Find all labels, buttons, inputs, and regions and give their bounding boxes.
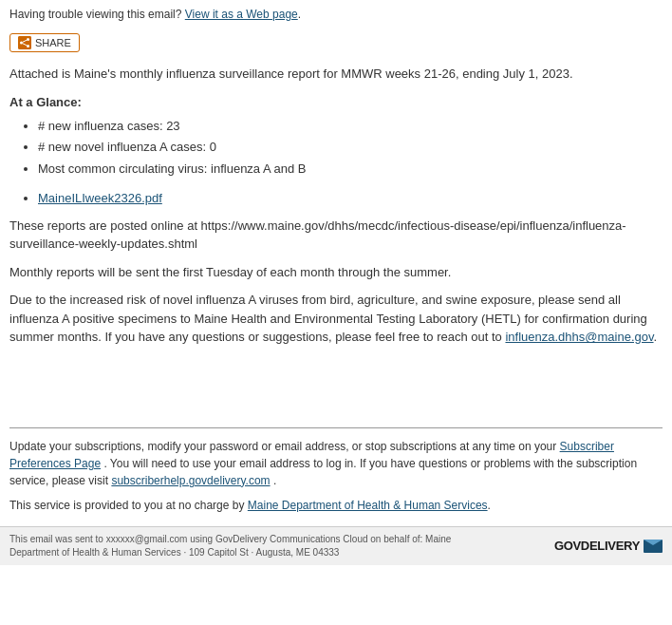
govdelivery-logo-text: GOVDELIVERY [554,539,640,553]
risk-paragraph: Due to the increased risk of novel influ… [9,291,663,347]
svg-point-2 [20,42,23,45]
share-button[interactable]: SHARE [9,33,80,52]
monthly-paragraph: Monthly reports will be sent the first T… [9,263,663,282]
service-text: This service is provided to you at no ch… [9,499,244,512]
svg-point-3 [27,45,29,47]
pdf-list-item: MaineILIweek2326.pdf [38,191,663,205]
govdelivery-envelope-icon [644,540,663,553]
dept-link[interactable]: Maine Department of Health & Human Servi… [248,499,488,512]
footer-section: Update your subscriptions, modify your p… [0,428,672,526]
list-item: # new influenza cases: 23 [38,117,663,137]
dept-period: . [488,499,491,512]
bullet-list: # new influenza cases: 23 # new novel in… [38,117,663,180]
list-item: Most common circulating virus: influenza… [38,160,663,180]
main-content: Attached is Maine's monthly influenza su… [0,60,672,427]
govdelivery-logo: GOVDELIVERY [554,539,663,553]
subscription-text: Update your subscriptions, modify your p… [9,440,556,453]
share-bar: SHARE [0,28,672,60]
email-container: Having trouble viewing this email? View … [0,0,672,565]
online-paragraph: These reports are posted online at https… [9,217,663,254]
pdf-link[interactable]: MaineILIweek2326.pdf [38,191,162,205]
spacer [9,356,663,413]
subscriber-help-link[interactable]: subscriberhelp.govdelivery.com [111,474,270,487]
login-text: . You will need to use your email addres… [9,457,637,487]
email-notice: This email was sent to xxxxxx@gmail.com … [9,533,484,559]
list-item: # new novel influenza A cases: 0 [38,138,663,158]
risk-email-link[interactable]: influenza.dhhs@maine.gov [505,330,653,344]
service-paragraph: This service is provided to you at no ch… [9,497,663,514]
intro-paragraph: Attached is Maine's monthly influenza su… [9,65,663,84]
share-icon [18,36,31,49]
help-period: . [273,474,276,487]
view-web-link[interactable]: View it as a Web page [185,8,298,21]
top-bar: Having trouble viewing this email? View … [0,0,672,28]
glance-heading: At a Glance: [9,95,663,109]
pdf-link-list: MaineILIweek2326.pdf [38,191,663,205]
svg-point-1 [27,38,29,41]
subscription-paragraph: Update your subscriptions, modify your p… [9,438,663,489]
bottom-bar: This email was sent to xxxxxx@gmail.com … [0,526,672,565]
trouble-text: Having trouble viewing this email? [9,8,181,21]
